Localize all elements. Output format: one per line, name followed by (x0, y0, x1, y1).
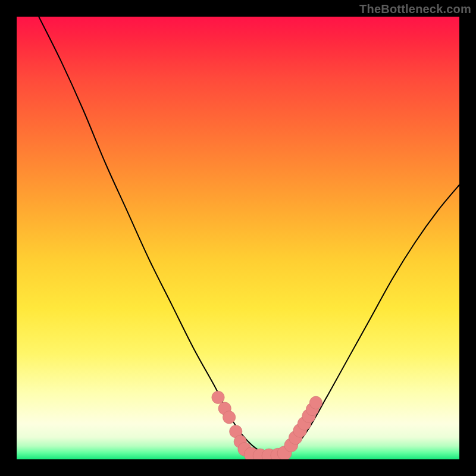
marker-layer (212, 391, 322, 459)
chart-frame: TheBottleneck.com (0, 0, 476, 476)
watermark-text: TheBottleneck.com (359, 2, 471, 16)
chart-svg (17, 17, 459, 459)
data-marker (223, 411, 235, 424)
data-marker (212, 391, 224, 403)
bottleneck-curve (39, 17, 459, 457)
curve-layer (39, 17, 459, 457)
data-marker (309, 396, 322, 409)
plot-area (17, 17, 459, 459)
